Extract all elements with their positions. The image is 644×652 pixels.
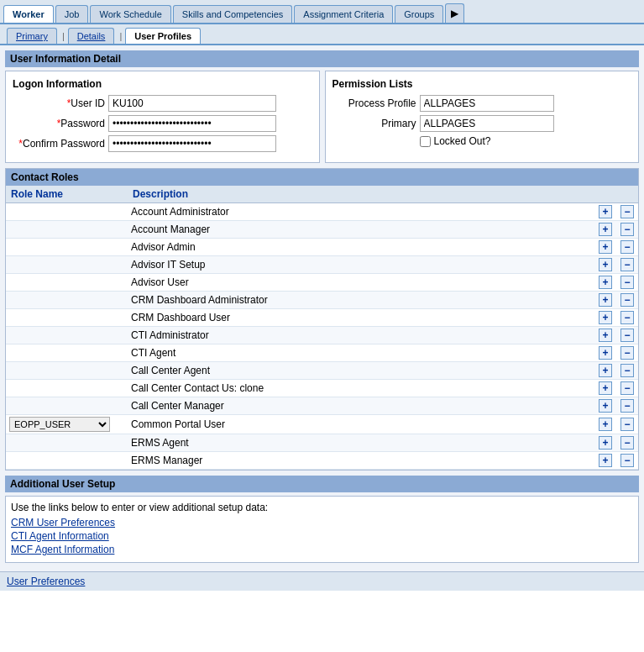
add-role-button[interactable]: + [594, 292, 616, 309]
role-description-cell: Advisor IT Setup [128, 256, 594, 274]
minus-icon[interactable]: − [620, 399, 634, 413]
permission-section: Permission Lists Process Profile Primary… [325, 71, 640, 163]
remove-role-button[interactable]: − [616, 415, 638, 434]
add-role-button[interactable]: + [594, 274, 616, 292]
remove-role-button[interactable]: − [616, 239, 638, 256]
add-role-button[interactable]: + [594, 434, 616, 452]
add-role-button[interactable]: + [594, 203, 616, 221]
add-role-button[interactable]: + [594, 380, 616, 397]
add-role-button[interactable]: + [594, 452, 616, 470]
minus-icon[interactable]: − [620, 205, 634, 218]
role-name-select[interactable]: EOPP_USER [9, 417, 110, 432]
password-input[interactable] [108, 115, 276, 132]
minus-icon[interactable]: − [620, 311, 634, 324]
primary-input[interactable] [420, 115, 554, 132]
plus-icon[interactable]: + [599, 258, 612, 271]
roles-scroll-area[interactable]: Account Administrator+−Account Manager+−… [6, 203, 638, 470]
remove-role-button[interactable]: − [616, 434, 638, 452]
role-name-cell[interactable]: EOPP_USER [6, 415, 128, 434]
remove-role-button[interactable]: − [616, 380, 638, 397]
plus-icon[interactable]: + [599, 240, 612, 254]
role-name-cell [6, 344, 128, 362]
tab-skills-competencies[interactable]: Skills and Competencies [173, 5, 292, 23]
minus-icon[interactable]: − [620, 346, 634, 360]
userid-input[interactable] [108, 95, 276, 112]
minus-icon[interactable]: − [620, 293, 634, 307]
add-role-button[interactable]: + [594, 256, 616, 274]
role-name-cell [6, 256, 128, 274]
sub-tab-user-profiles[interactable]: User Profiles [125, 28, 201, 44]
remove-role-button[interactable]: − [616, 397, 638, 415]
plus-icon[interactable]: + [599, 205, 612, 218]
minus-icon[interactable]: − [620, 381, 634, 395]
plus-icon[interactable]: + [599, 454, 612, 467]
process-profile-label: Process Profile [332, 97, 416, 109]
remove-role-button[interactable]: − [616, 327, 638, 344]
role-description-cell: Account Manager [128, 221, 594, 239]
plus-icon[interactable]: + [599, 311, 612, 324]
add-role-button[interactable]: + [594, 362, 616, 380]
remove-role-button[interactable]: − [616, 344, 638, 362]
minus-icon[interactable]: − [620, 454, 634, 467]
minus-icon[interactable]: − [620, 223, 634, 236]
locked-out-checkbox[interactable] [420, 136, 431, 147]
plus-icon[interactable]: + [599, 418, 612, 431]
minus-icon[interactable]: − [620, 240, 634, 254]
remove-role-button[interactable]: − [616, 256, 638, 274]
remove-role-button[interactable]: − [616, 203, 638, 221]
tab-separator-2: | [116, 29, 125, 44]
process-profile-input[interactable] [420, 95, 554, 112]
add-role-button[interactable]: + [594, 327, 616, 344]
minus-icon[interactable]: − [620, 329, 634, 342]
role-name-cell [6, 292, 128, 309]
remove-role-button[interactable]: − [616, 452, 638, 470]
minus-icon[interactable]: − [620, 364, 634, 377]
tab-groups[interactable]: Groups [395, 5, 443, 23]
user-preferences-link[interactable]: User Preferences [7, 576, 85, 587]
minus-icon[interactable]: − [620, 258, 634, 271]
additional-content: Use the links below to enter or view add… [5, 496, 639, 563]
plus-icon[interactable]: + [599, 381, 612, 395]
remove-role-button[interactable]: − [616, 274, 638, 292]
minus-icon[interactable]: − [620, 418, 634, 431]
link-cti-agent-info[interactable]: CTI Agent Information [11, 530, 633, 542]
plus-icon[interactable]: + [599, 364, 612, 377]
plus-icon[interactable]: + [599, 436, 612, 450]
sub-tab-primary[interactable]: Primary [7, 28, 57, 44]
tab-more-arrow[interactable]: ▶ [445, 3, 464, 23]
remove-role-button[interactable]: − [616, 292, 638, 309]
primary-row: Primary [332, 115, 632, 132]
plus-icon[interactable]: + [599, 223, 612, 236]
confirm-password-input[interactable] [108, 135, 276, 152]
role-name-cell [6, 362, 128, 380]
link-mcf-agent-info[interactable]: MCF Agent Information [11, 544, 633, 555]
minus-icon[interactable]: − [620, 276, 634, 289]
plus-icon[interactable]: + [599, 276, 612, 289]
remove-role-button[interactable]: − [616, 221, 638, 239]
sub-tab-details[interactable]: Details [68, 28, 115, 44]
plus-icon[interactable]: + [599, 293, 612, 307]
link-crm-user-preferences[interactable]: CRM User Preferences [11, 517, 633, 528]
add-role-button[interactable]: + [594, 221, 616, 239]
add-role-button[interactable]: + [594, 397, 616, 415]
role-name-cell [6, 434, 128, 452]
minus-icon[interactable]: − [620, 436, 634, 450]
roles-table: Role Name Description [6, 186, 638, 203]
tab-job[interactable]: Job [55, 5, 89, 23]
remove-role-button[interactable]: − [616, 309, 638, 327]
main-content: User Information Detail Logon Informatio… [0, 45, 644, 571]
remove-role-button[interactable]: − [616, 362, 638, 380]
add-role-button[interactable]: + [594, 309, 616, 327]
plus-icon[interactable]: + [599, 399, 612, 413]
tab-assignment-criteria[interactable]: Assignment Criteria [294, 5, 393, 23]
role-description-cell: CRM Dashboard Administrator [128, 292, 594, 309]
add-role-button[interactable]: + [594, 239, 616, 256]
plus-icon[interactable]: + [599, 346, 612, 360]
plus-icon[interactable]: + [599, 329, 612, 342]
add-role-button[interactable]: + [594, 415, 616, 434]
tab-work-schedule[interactable]: Work Schedule [90, 5, 170, 23]
sub-tab-bar: Primary | Details | User Profiles [0, 24, 644, 45]
add-role-button[interactable]: + [594, 344, 616, 362]
tab-worker[interactable]: Worker [3, 5, 54, 23]
additional-header: Additional User Setup [5, 476, 639, 492]
